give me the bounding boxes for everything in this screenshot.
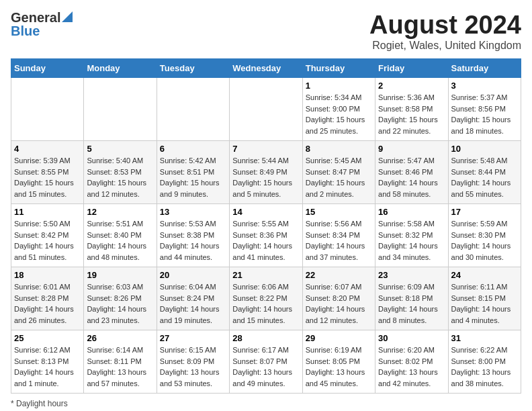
day-number: 24	[451, 270, 518, 280]
calendar-cell: 24Sunrise: 6:11 AMSunset: 8:15 PMDayligh…	[448, 267, 521, 330]
calendar-cell: 19Sunrise: 6:03 AMSunset: 8:26 PMDayligh…	[84, 267, 157, 330]
day-number: 30	[378, 333, 445, 343]
calendar-header-row: SundayMondayTuesdayWednesdayThursdayFrid…	[11, 59, 521, 78]
day-info: Sunrise: 5:45 AMSunset: 8:47 PMDaylight:…	[306, 155, 372, 199]
calendar-cell: 11Sunrise: 5:50 AMSunset: 8:42 PMDayligh…	[11, 204, 84, 267]
calendar-week-row: 25Sunrise: 6:12 AMSunset: 8:13 PMDayligh…	[11, 330, 521, 394]
day-info: Sunrise: 5:53 AMSunset: 8:38 PMDaylight:…	[160, 218, 226, 263]
calendar-cell: 1Sunrise: 5:34 AMSunset: 9:00 PMDaylight…	[302, 78, 375, 141]
day-info: Sunrise: 6:01 AMSunset: 8:28 PMDaylight:…	[14, 281, 81, 326]
day-number: 14	[232, 207, 299, 217]
day-number: 10	[451, 144, 518, 154]
day-info: Sunrise: 6:11 AMSunset: 8:15 PMDaylight:…	[451, 281, 518, 326]
calendar-cell	[11, 78, 84, 141]
day-info: Sunrise: 6:06 AMSunset: 8:22 PMDaylight:…	[232, 281, 299, 326]
day-number: 21	[232, 270, 299, 280]
day-number: 12	[87, 207, 153, 217]
day-number: 11	[14, 207, 81, 217]
calendar-day-header: Tuesday	[157, 59, 229, 78]
day-info: Sunrise: 5:58 AMSunset: 8:32 PMDaylight:…	[378, 218, 445, 263]
calendar-cell: 21Sunrise: 6:06 AMSunset: 8:22 PMDayligh…	[230, 267, 302, 330]
calendar-cell: 15Sunrise: 5:56 AMSunset: 8:34 PMDayligh…	[302, 204, 375, 267]
month-title: August 2024	[369, 11, 521, 40]
logo-general-text: General	[11, 11, 60, 24]
day-info: Sunrise: 6:20 AMSunset: 8:02 PMDaylight:…	[378, 345, 445, 389]
day-number: 9	[378, 144, 445, 154]
header: General Blue August 2024 Rogiet, Wales, …	[11, 11, 521, 52]
calendar-day-header: Thursday	[302, 59, 375, 78]
calendar-cell: 9Sunrise: 5:47 AMSunset: 8:46 PMDaylight…	[375, 141, 448, 204]
footer-note: * Daylight hours	[11, 399, 521, 408]
day-info: Sunrise: 5:56 AMSunset: 8:34 PMDaylight:…	[306, 218, 372, 263]
calendar-cell: 14Sunrise: 5:55 AMSunset: 8:36 PMDayligh…	[230, 204, 302, 267]
day-info: Sunrise: 5:34 AMSunset: 9:00 PMDaylight:…	[306, 92, 372, 136]
calendar-cell: 13Sunrise: 5:53 AMSunset: 8:38 PMDayligh…	[157, 204, 229, 267]
calendar-cell	[157, 78, 229, 141]
logo-arrow-icon	[62, 11, 73, 22]
day-info: Sunrise: 6:07 AMSunset: 8:20 PMDaylight:…	[306, 281, 372, 326]
day-number: 15	[306, 207, 372, 217]
day-info: Sunrise: 5:48 AMSunset: 8:44 PMDaylight:…	[451, 155, 518, 199]
calendar-cell: 6Sunrise: 5:42 AMSunset: 8:51 PMDaylight…	[157, 141, 229, 204]
day-info: Sunrise: 5:37 AMSunset: 8:56 PMDaylight:…	[451, 92, 518, 136]
calendar-cell	[230, 78, 302, 141]
day-number: 20	[160, 270, 226, 280]
day-info: Sunrise: 5:39 AMSunset: 8:55 PMDaylight:…	[14, 155, 81, 199]
calendar-cell: 23Sunrise: 6:09 AMSunset: 8:18 PMDayligh…	[375, 267, 448, 330]
calendar-cell: 5Sunrise: 5:40 AMSunset: 8:53 PMDaylight…	[84, 141, 157, 204]
day-number: 19	[87, 270, 153, 280]
calendar-cell: 17Sunrise: 5:59 AMSunset: 8:30 PMDayligh…	[448, 204, 521, 267]
day-number: 2	[378, 81, 445, 91]
calendar-cell: 25Sunrise: 6:12 AMSunset: 8:13 PMDayligh…	[11, 330, 84, 394]
day-number: 6	[160, 144, 226, 154]
calendar-week-row: 18Sunrise: 6:01 AMSunset: 8:28 PMDayligh…	[11, 267, 521, 330]
calendar-week-row: 11Sunrise: 5:50 AMSunset: 8:42 PMDayligh…	[11, 204, 521, 267]
calendar-cell: 3Sunrise: 5:37 AMSunset: 8:56 PMDaylight…	[448, 78, 521, 141]
calendar-cell: 8Sunrise: 5:45 AMSunset: 8:47 PMDaylight…	[302, 141, 375, 204]
day-info: Sunrise: 6:17 AMSunset: 8:07 PMDaylight:…	[232, 345, 299, 389]
calendar-table: SundayMondayTuesdayWednesdayThursdayFrid…	[11, 58, 521, 394]
location-title: Rogiet, Wales, United Kingdom	[369, 40, 521, 52]
day-number: 22	[306, 270, 372, 280]
calendar-cell: 27Sunrise: 6:15 AMSunset: 8:09 PMDayligh…	[157, 330, 229, 394]
day-info: Sunrise: 5:47 AMSunset: 8:46 PMDaylight:…	[378, 155, 445, 199]
day-number: 4	[14, 144, 81, 154]
day-info: Sunrise: 5:50 AMSunset: 8:42 PMDaylight:…	[14, 218, 81, 263]
day-number: 23	[378, 270, 445, 280]
day-number: 25	[14, 333, 81, 343]
day-number: 8	[306, 144, 372, 154]
calendar-cell: 18Sunrise: 6:01 AMSunset: 8:28 PMDayligh…	[11, 267, 84, 330]
logo-blue-text: Blue	[11, 24, 73, 38]
day-info: Sunrise: 6:15 AMSunset: 8:09 PMDaylight:…	[160, 345, 226, 389]
day-number: 27	[160, 333, 226, 343]
calendar-cell: 16Sunrise: 5:58 AMSunset: 8:32 PMDayligh…	[375, 204, 448, 267]
calendar-cell: 26Sunrise: 6:14 AMSunset: 8:11 PMDayligh…	[84, 330, 157, 394]
day-info: Sunrise: 6:12 AMSunset: 8:13 PMDaylight:…	[14, 345, 81, 389]
calendar-cell	[84, 78, 157, 141]
day-info: Sunrise: 5:42 AMSunset: 8:51 PMDaylight:…	[160, 155, 226, 199]
day-info: Sunrise: 6:04 AMSunset: 8:24 PMDaylight:…	[160, 281, 226, 326]
calendar-cell: 22Sunrise: 6:07 AMSunset: 8:20 PMDayligh…	[302, 267, 375, 330]
calendar-cell: 30Sunrise: 6:20 AMSunset: 8:02 PMDayligh…	[375, 330, 448, 394]
calendar-day-header: Saturday	[448, 59, 521, 78]
calendar-cell: 29Sunrise: 6:19 AMSunset: 8:05 PMDayligh…	[302, 330, 375, 394]
calendar-week-row: 4Sunrise: 5:39 AMSunset: 8:55 PMDaylight…	[11, 141, 521, 204]
calendar-cell: 4Sunrise: 5:39 AMSunset: 8:55 PMDaylight…	[11, 141, 84, 204]
day-number: 17	[451, 207, 518, 217]
day-number: 31	[451, 333, 518, 343]
calendar-day-header: Wednesday	[230, 59, 302, 78]
day-number: 29	[306, 333, 372, 343]
calendar-cell: 20Sunrise: 6:04 AMSunset: 8:24 PMDayligh…	[157, 267, 229, 330]
day-info: Sunrise: 6:09 AMSunset: 8:18 PMDaylight:…	[378, 281, 445, 326]
calendar-cell: 31Sunrise: 6:22 AMSunset: 8:00 PMDayligh…	[448, 330, 521, 394]
day-info: Sunrise: 6:14 AMSunset: 8:11 PMDaylight:…	[87, 345, 153, 389]
day-number: 13	[160, 207, 226, 217]
calendar-cell: 28Sunrise: 6:17 AMSunset: 8:07 PMDayligh…	[230, 330, 302, 394]
day-number: 7	[232, 144, 299, 154]
day-number: 1	[306, 81, 372, 91]
logo: General Blue	[11, 11, 73, 38]
calendar-cell: 12Sunrise: 5:51 AMSunset: 8:40 PMDayligh…	[84, 204, 157, 267]
day-info: Sunrise: 6:03 AMSunset: 8:26 PMDaylight:…	[87, 281, 153, 326]
day-number: 5	[87, 144, 153, 154]
day-number: 16	[378, 207, 445, 217]
